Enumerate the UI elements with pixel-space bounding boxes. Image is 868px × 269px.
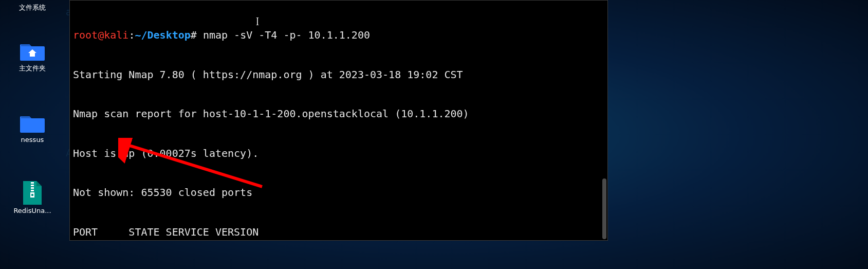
terminal-scrollbar[interactable] [602,178,606,239]
svg-rect-5 [31,194,33,196]
prompt-hash: # [191,29,197,41]
prompt-path: ~/Desktop [135,29,190,41]
desktop-icon-nessus[interactable]: nessus [9,113,56,144]
svg-rect-3 [31,190,34,191]
desktop-icon-filesystem[interactable]: 文件系统 [9,1,56,12]
desktop-icon-label: 主文件夹 [19,64,46,73]
terminal-line: Nmap scan report for host-10-1-1-200.ope… [73,107,603,121]
svg-rect-2 [31,187,34,189]
terminal-line: Starting Nmap 7.80 ( https://nmap.org ) … [73,68,603,82]
desktop-icon-label: RedisUna... [13,207,51,214]
svg-rect-1 [31,185,34,186]
archive-file-icon [23,181,42,205]
prompt-sep: : [128,29,135,41]
desktop-icon-label: nessus [21,136,44,144]
desktop-icon-home[interactable]: 主文件夹 [9,41,56,73]
terminal-line: root@kali:~/Desktop# nmap -sV -T4 -p- 10… [73,29,603,42]
terminal-window[interactable]: root@kali:~/Desktop# nmap -sV -T4 -p- 10… [69,0,608,241]
terminal-line: Host is up (0.00027s latency). [73,147,603,160]
svg-rect-0 [31,182,34,184]
prompt-user: root@kali [73,29,128,41]
desktop-icon-redisuna[interactable]: RedisUna... [9,181,56,214]
desktop-icon-label: 文件系统 [19,3,46,12]
terminal-command: nmap -sV -T4 -p- 10.1.1.200 [197,29,370,41]
folder-home-icon [20,41,45,62]
terminal-line: PORT STATE SERVICE VERSION [73,226,603,239]
terminal-line: Not shown: 65530 closed ports [73,186,603,200]
text-cursor-icon: I [256,13,259,30]
desktop: A 文件系统 主文件夹 nessus RedisUna... [0,0,868,269]
folder-icon [20,113,45,134]
